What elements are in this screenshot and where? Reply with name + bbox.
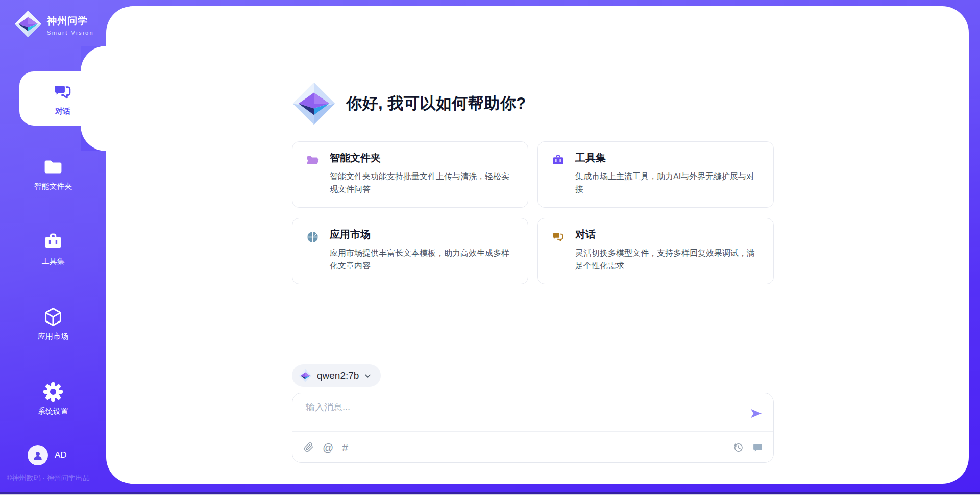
sidebar-item-app-market[interactable]: 应用市场 bbox=[0, 296, 106, 351]
card-smart-folder[interactable]: 智能文件夹 智能文件夹功能支持批量文件上传与清洗，轻松实现文件问答 bbox=[292, 141, 528, 208]
user-profile[interactable]: AD bbox=[28, 445, 67, 465]
card-chat[interactable]: 对话 灵活切换多模型文件，支持多样回复效果调试，满足个性化需求 bbox=[537, 218, 774, 284]
card-description: 集成市场上主流工具，助力AI与外界无缝扩展与对接 bbox=[575, 170, 761, 195]
sidebar-item-label: 智能文件夹 bbox=[34, 182, 72, 191]
composer-left-tools: @ # bbox=[304, 442, 348, 453]
sidebar-item-smart-folder[interactable]: 智能文件夹 bbox=[0, 146, 106, 201]
sidebar-footer: ©神州数码 · 神州问学出品 bbox=[7, 474, 90, 483]
folder-open-icon bbox=[306, 154, 320, 167]
greeting-title: 你好, 我可以如何帮助你? bbox=[346, 93, 526, 114]
gear-icon bbox=[42, 381, 64, 403]
chevron-down-icon bbox=[364, 372, 372, 380]
card-description: 应用市场提供丰富长文本模板，助力高效生成多样化文章内容 bbox=[330, 246, 516, 272]
chat-icon bbox=[52, 81, 74, 103]
message-bubble-icon bbox=[752, 442, 763, 453]
sidebar-item-label: 工具集 bbox=[42, 257, 65, 266]
composer-input-area bbox=[292, 393, 773, 432]
briefcase-icon bbox=[551, 154, 565, 167]
briefcase-icon bbox=[42, 231, 64, 253]
main-panel: 你好, 我可以如何帮助你? 智能文件夹 智能文件夹功能支持批量文件上传与清洗，轻… bbox=[106, 6, 969, 484]
paperclip-icon bbox=[304, 442, 314, 452]
brand-text: 神州问学 Smart Vision bbox=[47, 10, 94, 36]
hash-icon: # bbox=[342, 442, 348, 453]
avatar bbox=[28, 445, 48, 465]
send-button[interactable] bbox=[749, 407, 763, 420]
feature-cards: 智能文件夹 智能文件夹功能支持批量文件上传与清洗，轻松实现文件问答 工具集 集成… bbox=[292, 141, 774, 284]
sidebar: 神州问学 Smart Vision 对话 智能文件夹 工具集 bbox=[0, 0, 106, 495]
sidebar-item-chat[interactable]: 对话 bbox=[19, 71, 106, 126]
message-input[interactable] bbox=[305, 400, 741, 428]
brand: 神州问学 Smart Vision bbox=[14, 10, 94, 38]
sidebar-item-settings[interactable]: 系统设置 bbox=[0, 372, 106, 426]
grid-icon bbox=[306, 230, 320, 244]
conversations-button[interactable] bbox=[752, 442, 763, 453]
mention-button[interactable]: @ bbox=[323, 442, 333, 453]
folder-icon bbox=[42, 156, 64, 178]
card-title: 智能文件夹 bbox=[330, 151, 516, 165]
user-name: AD bbox=[55, 450, 67, 460]
card-description: 智能文件夹功能支持批量文件上传与清洗，轻松实现文件问答 bbox=[330, 170, 516, 195]
card-body: 智能文件夹 智能文件夹功能支持批量文件上传与清洗，轻松实现文件问答 bbox=[330, 151, 516, 207]
chat-icon bbox=[551, 230, 565, 244]
sidebar-item-label: 对话 bbox=[55, 107, 70, 116]
user-icon bbox=[31, 449, 44, 462]
card-title: 工具集 bbox=[575, 151, 761, 165]
attachment-button[interactable] bbox=[304, 442, 314, 452]
topic-button[interactable]: # bbox=[342, 442, 348, 453]
card-app-market[interactable]: 应用市场 应用市场提供丰富长文本模板，助力高效生成多样化文章内容 bbox=[292, 218, 528, 284]
sidebar-item-label: 系统设置 bbox=[38, 407, 68, 416]
brand-diamond-icon bbox=[14, 10, 42, 38]
brand-subtitle: Smart Vision bbox=[47, 30, 94, 36]
composer-right-tools bbox=[733, 442, 763, 453]
window-bottom-edge bbox=[0, 492, 980, 495]
brand-diamond-icon bbox=[292, 82, 336, 126]
card-title: 应用市场 bbox=[330, 228, 516, 241]
card-title: 对话 bbox=[575, 228, 761, 241]
history-icon bbox=[733, 442, 744, 453]
cube-icon bbox=[42, 306, 64, 328]
message-composer: @ # bbox=[292, 393, 774, 463]
brand-name: 神州问学 bbox=[47, 14, 94, 28]
send-icon bbox=[749, 407, 763, 420]
at-icon: @ bbox=[323, 442, 333, 453]
card-body: 工具集 集成市场上主流工具，助力AI与外界无缝扩展与对接 bbox=[575, 151, 761, 207]
sidebar-item-toolset[interactable]: 工具集 bbox=[0, 221, 106, 276]
composer-toolbar: @ # bbox=[292, 432, 773, 462]
card-description: 灵活切换多模型文件，支持多样回复效果调试，满足个性化需求 bbox=[575, 246, 761, 272]
model-selector[interactable]: qwen2:7b bbox=[292, 364, 381, 387]
sidebar-item-label: 应用市场 bbox=[38, 332, 68, 341]
card-body: 对话 灵活切换多模型文件，支持多样回复效果调试，满足个性化需求 bbox=[575, 228, 761, 284]
card-body: 应用市场 应用市场提供丰富长文本模板，助力高效生成多样化文章内容 bbox=[330, 228, 516, 284]
model-logo-icon bbox=[299, 369, 312, 382]
tab-fillet bbox=[81, 46, 106, 71]
card-toolset[interactable]: 工具集 集成市场上主流工具，助力AI与外界无缝扩展与对接 bbox=[537, 141, 774, 208]
history-button[interactable] bbox=[733, 442, 744, 453]
greeting: 你好, 我可以如何帮助你? bbox=[292, 82, 526, 126]
model-name: qwen2:7b bbox=[317, 370, 359, 381]
